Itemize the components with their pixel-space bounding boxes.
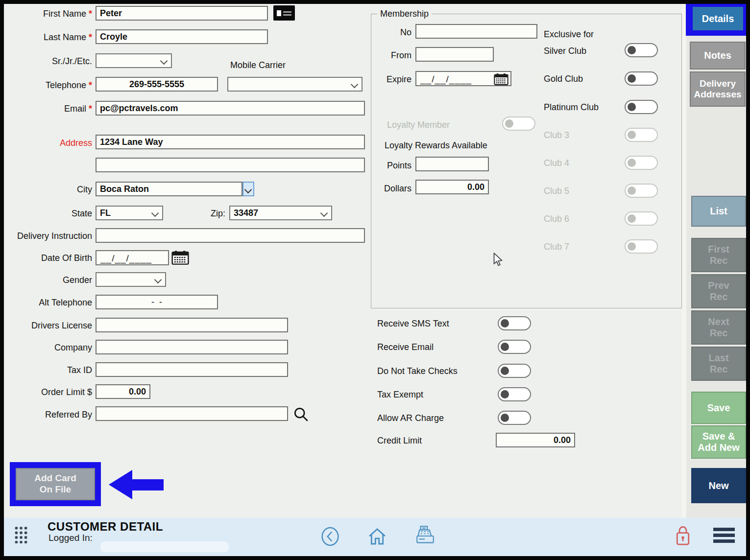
back-icon[interactable] <box>321 527 339 546</box>
chevron-down-icon <box>160 57 168 65</box>
do-not-take-checks-toggle[interactable] <box>498 364 531 378</box>
chevron-down-icon <box>154 276 162 284</box>
city-dropdown-button[interactable] <box>242 182 254 196</box>
order-limit-label: Order Limit $ <box>0 387 92 397</box>
tax-exempt-label: Tax Exempt <box>377 390 423 400</box>
chevron-down-icon <box>244 186 252 194</box>
prev-rec-button: Prev Rec <box>691 274 746 308</box>
tax-id-input[interactable] <box>96 362 288 377</box>
gold-club-label: Gold Club <box>544 74 583 84</box>
save-button[interactable]: Save <box>691 392 746 424</box>
loyalty-member-label: Loyalty Member <box>387 120 450 130</box>
city-label: City <box>0 185 92 195</box>
tax-id-label: Tax ID <box>0 365 92 375</box>
page-title: CUSTOMER DETAIL <box>48 520 163 534</box>
gender-label: Gender <box>0 275 92 285</box>
allow-ar-label: Allow AR Charge <box>377 413 444 423</box>
first-name-input[interactable] <box>96 6 268 21</box>
next-rec-button: Next Rec <box>691 310 746 345</box>
platinum-club-toggle[interactable] <box>625 100 658 114</box>
silver-club-toggle[interactable] <box>625 43 658 57</box>
membership-no-input[interactable] <box>415 24 537 39</box>
list-button[interactable]: List <box>691 196 746 227</box>
cash-register-icon[interactable] <box>414 525 436 546</box>
sidebar-scroll-strip[interactable] <box>682 0 686 518</box>
bottom-bar: CUSTOMER DETAIL Logged In: <box>0 518 750 556</box>
annotation-arrow-icon <box>109 470 132 499</box>
address-input[interactable] <box>96 135 365 149</box>
company-input[interactable] <box>96 340 288 354</box>
membership-no-label: No <box>371 27 411 38</box>
annotation-arrow-shaft <box>131 479 164 490</box>
first-rec-button: First Rec <box>691 238 746 272</box>
new-button[interactable]: New <box>691 468 746 503</box>
receive-sms-label: Receive SMS Text <box>377 319 449 329</box>
club4-toggle <box>625 156 658 170</box>
frame-top <box>0 0 750 4</box>
city-input[interactable] <box>96 182 242 196</box>
club5-toggle <box>625 184 658 198</box>
delivery-instruction-input[interactable] <box>96 228 365 243</box>
club7-toggle <box>625 239 658 254</box>
tab-notes[interactable]: Notes <box>690 42 746 70</box>
drivers-license-input[interactable] <box>96 318 288 332</box>
silver-club-label: Silver Club <box>544 46 586 56</box>
telephone-label: Telephone * <box>0 80 92 91</box>
date-of-birth-calendar-icon[interactable] <box>171 250 189 265</box>
club4-label: Club 4 <box>544 158 569 168</box>
suffix-select[interactable] <box>96 53 172 68</box>
referred-by-input[interactable] <box>96 406 288 421</box>
email-label: Email * <box>0 104 92 114</box>
add-card-on-file-button[interactable]: Add Card On File <box>16 468 95 500</box>
tax-exempt-toggle[interactable] <box>498 387 531 401</box>
last-name-input[interactable] <box>96 29 268 44</box>
credit-limit-label: Credit Limit <box>377 436 422 446</box>
alt-telephone-input[interactable] <box>96 295 218 309</box>
address2-input[interactable] <box>96 158 365 172</box>
membership-from-input[interactable] <box>415 47 494 62</box>
points-input[interactable] <box>415 157 489 171</box>
date-of-birth-label: Date Of Birth <box>0 253 92 263</box>
club3-label: Club 3 <box>544 130 569 140</box>
receive-email-toggle[interactable] <box>498 340 531 354</box>
menu-icon[interactable] <box>713 528 735 545</box>
state-label: State <box>0 209 92 219</box>
order-limit-input[interactable] <box>96 384 150 399</box>
email-input[interactable] <box>96 101 365 116</box>
club3-toggle <box>625 128 658 142</box>
exclusive-for-label: Exclusive for <box>544 29 594 40</box>
customer-detail-screen: First Name * Last Name * Sr./Jr./Etc. Mo… <box>0 0 750 560</box>
receive-sms-toggle[interactable] <box>498 316 531 330</box>
tab-details[interactable]: Details <box>693 7 743 30</box>
date-of-birth-input[interactable]: __/__/____ <box>96 250 169 265</box>
card-on-file-icon[interactable] <box>273 5 295 21</box>
alt-telephone-label: Alt Telephone <box>0 298 92 308</box>
logged-in-user <box>100 541 229 552</box>
first-name-label: First Name * <box>0 9 92 19</box>
frame-right <box>746 0 750 560</box>
mobile-carrier-label: Mobile Carrier <box>230 60 286 70</box>
mobile-carrier-select[interactable] <box>227 77 363 92</box>
calendar-icon[interactable] <box>494 73 508 85</box>
state-select[interactable]: FL <box>96 206 163 220</box>
drivers-license-label: Drivers License <box>0 321 92 331</box>
membership-expire-input[interactable]: __/__/____ <box>415 71 511 86</box>
zip-select[interactable]: 33487 <box>229 206 332 220</box>
gender-select[interactable] <box>96 272 166 287</box>
lock-icon[interactable] <box>675 524 691 547</box>
telephone-input[interactable] <box>96 77 218 92</box>
search-icon[interactable] <box>293 406 309 422</box>
tab-delivery-addresses[interactable]: Delivery Addresses <box>690 71 746 107</box>
dollars-input[interactable] <box>415 180 489 194</box>
delivery-instruction-label: Delivery Instruction <box>0 231 92 241</box>
allow-ar-charge-toggle[interactable] <box>498 411 531 425</box>
save-add-new-button[interactable]: Save & Add New <box>691 425 746 459</box>
frame-left <box>0 0 4 560</box>
gold-club-toggle[interactable] <box>625 71 658 86</box>
club6-toggle <box>625 211 658 226</box>
suffix-label: Sr./Jr./Etc. <box>0 56 92 67</box>
last-name-label: Last Name * <box>0 32 92 43</box>
apps-grid-icon[interactable] <box>14 526 28 543</box>
credit-limit-input[interactable] <box>496 433 575 447</box>
home-icon[interactable] <box>367 527 387 546</box>
